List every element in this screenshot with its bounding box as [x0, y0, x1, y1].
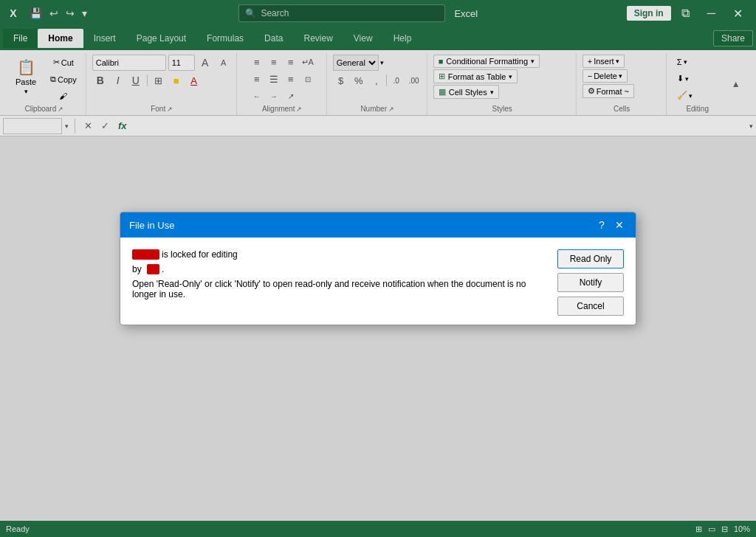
dialog-body: is locked for editing by . Open 'Read-On…	[120, 238, 636, 325]
dialog-instruction: Open 'Read-Only' or click 'Notify' to op…	[132, 279, 549, 299]
dialog-titlebar-buttons: ? ✕	[594, 218, 627, 232]
dialog-help-button[interactable]: ?	[594, 218, 609, 232]
locked-user	[147, 264, 159, 274]
dialog-message: is locked for editing by . Open 'Read-On…	[132, 249, 549, 316]
dialog-titlebar: File in Use ? ✕	[120, 212, 636, 238]
dialog-title: File in Use	[129, 220, 174, 231]
dialog-overlay: File in Use ? ✕ is locked for editing by…	[0, 0, 756, 537]
notify-button[interactable]: Notify	[557, 273, 624, 292]
cancel-button[interactable]: Cancel	[557, 297, 624, 316]
dialog-buttons: Read Only Notify Cancel	[557, 249, 624, 316]
locked-filename	[132, 249, 159, 260]
file-in-use-dialog: File in Use ? ✕ is locked for editing by…	[120, 212, 636, 325]
dialog-close-button[interactable]: ✕	[612, 218, 627, 232]
by-label: by	[132, 264, 142, 274]
locked-text: is locked for editing	[162, 249, 238, 260]
dialog-by-message: by .	[132, 264, 549, 274]
read-only-button[interactable]: Read Only	[557, 249, 624, 268]
dialog-locked-message: is locked for editing	[132, 249, 549, 260]
